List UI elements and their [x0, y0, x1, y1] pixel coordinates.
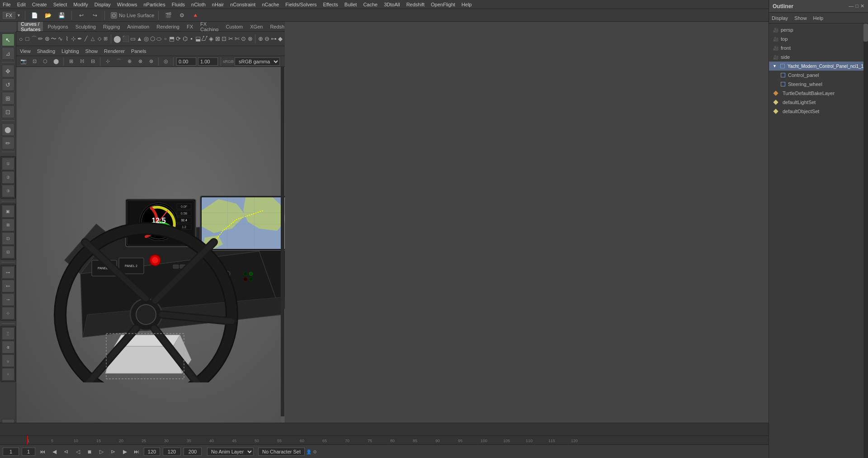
outliner-camera-front[interactable]: 🎥 front: [769, 43, 868, 52]
extra-4-btn[interactable]: ⍤: [2, 368, 14, 381]
coord-x-input[interactable]: [176, 57, 196, 66]
menu-ncloth[interactable]: nCloth: [191, 2, 206, 7]
fillet-btn[interactable]: ⊡: [222, 33, 227, 44]
outliner-minimize-btn[interactable]: —: [849, 3, 854, 9]
shading-menu-item[interactable]: Shading: [37, 48, 55, 54]
snap-3-btn[interactable]: ③: [2, 185, 14, 197]
birail-btn[interactable]: ⊠: [215, 33, 220, 44]
four-point-btn[interactable]: ◇: [96, 33, 102, 44]
outliner-control-panel[interactable]: Control_panel: [769, 71, 868, 80]
prev-frame-btn[interactable]: ◀: [50, 447, 59, 456]
menu-fields[interactable]: Fields/Solvers: [285, 2, 316, 7]
pencil-btn[interactable]: ✒: [77, 33, 82, 44]
current-frame-input[interactable]: [3, 448, 19, 456]
gamma-select[interactable]: sRGB gamma: [235, 57, 280, 66]
trim-btn[interactable]: ✂: [228, 33, 233, 44]
tab-sculpting[interactable]: Sculpting: [73, 23, 99, 30]
menu-cache[interactable]: Cache: [363, 2, 377, 7]
three-point-btn[interactable]: △: [90, 33, 95, 44]
two-point-btn[interactable]: ╱: [84, 33, 89, 44]
outliner-tab-help[interactable]: Help: [813, 15, 824, 21]
align-btn[interactable]: ⊶: [271, 33, 277, 44]
tab-xgen[interactable]: XGen: [247, 23, 265, 30]
snap-pt-btn[interactable]: ⊕: [125, 57, 134, 66]
planar-btn[interactable]: ▪: [189, 33, 194, 44]
ep-btn[interactable]: ⊹: [71, 33, 76, 44]
undo-btn[interactable]: ↩: [76, 10, 87, 21]
menu-file[interactable]: File: [3, 2, 11, 7]
snap-grid-btn[interactable]: ⊹: [103, 57, 112, 66]
outliner-yacht-model[interactable]: ▼ Yacht_Modern_Control_Panel_nci1_1: [769, 62, 868, 71]
extra-2-btn[interactable]: ⍺: [2, 341, 14, 353]
res-gate-btn[interactable]: ⊟: [88, 57, 97, 66]
tab-fx[interactable]: FX: [184, 23, 196, 30]
tab-curves-surfaces[interactable]: Curves / Surfaces: [18, 22, 43, 32]
pen-btn[interactable]: ✏: [38, 33, 43, 44]
goto-start-btn[interactable]: ⏮: [38, 447, 47, 456]
menu-modify[interactable]: Modify: [73, 2, 88, 7]
detach-btn[interactable]: ⊖: [264, 33, 269, 44]
display-2-btn[interactable]: ⊠: [2, 219, 14, 231]
scale-tool-btn[interactable]: ⊞: [2, 92, 14, 105]
snap-view-btn[interactable]: ⊗: [136, 57, 145, 66]
boundary-btn[interactable]: ⬓: [195, 33, 201, 44]
menu-ncache[interactable]: nCache: [262, 2, 279, 7]
group-2-btn[interactable]: ⊷: [2, 280, 14, 292]
menu-fluids[interactable]: Fluids: [172, 2, 185, 7]
sweep-btn[interactable]: ⌰: [202, 33, 208, 44]
outliner-close-btn[interactable]: ✕: [860, 3, 864, 9]
display-1-btn[interactable]: ▣: [2, 205, 14, 218]
group-3-btn[interactable]: ⊸: [2, 293, 14, 306]
arc-btn[interactable]: ⌒: [31, 33, 37, 44]
bevel-btn[interactable]: ◈: [208, 33, 214, 44]
loft-btn[interactable]: ⌬: [182, 33, 188, 44]
menu-edit[interactable]: Edit: [17, 2, 26, 7]
outliner-scrollbar[interactable]: [863, 24, 868, 458]
new-scene-btn[interactable]: 📄: [29, 10, 40, 21]
3d-viewport[interactable]: 12.5 KTS 0.0F 0.5B 32.4 1.2: [16, 67, 285, 435]
project-btn[interactable]: ⊙: [241, 33, 246, 44]
outliner-tab-show[interactable]: Show: [794, 15, 807, 21]
edit-pts-btn[interactable]: ◆: [278, 33, 283, 44]
menu-nhair[interactable]: nHair: [212, 2, 224, 7]
coord-y-input[interactable]: [198, 57, 218, 66]
soft-select-btn[interactable]: ⬤: [2, 123, 14, 136]
menu-effects[interactable]: Effects: [323, 2, 338, 7]
smooth-btn[interactable]: ⬤: [52, 57, 61, 66]
menu-help[interactable]: Help: [462, 2, 472, 7]
range-start-input[interactable]: [163, 448, 181, 456]
sel-mask-btn[interactable]: ⊡: [30, 57, 39, 66]
display-4-btn[interactable]: ⊟: [2, 246, 14, 258]
menu-create[interactable]: Create: [32, 2, 47, 7]
outliner-steering-wheel[interactable]: Steering_wheel: [769, 80, 868, 89]
hypershade-btn[interactable]: 🔺: [190, 10, 201, 21]
hud-btn[interactable]: ℍ: [77, 57, 86, 66]
grid-btn[interactable]: ⊞: [66, 57, 75, 66]
open-scene-btn[interactable]: 📂: [43, 10, 54, 21]
move-tool-btn[interactable]: ✥: [2, 65, 14, 77]
tab-redshift[interactable]: Redshift: [267, 23, 285, 30]
disk-btn[interactable]: ⬭: [156, 33, 162, 44]
timeline-playhead[interactable]: [27, 436, 28, 445]
tab-polygons[interactable]: Polygons: [45, 23, 71, 30]
curve2-btn[interactable]: ⌇: [64, 33, 70, 44]
tab-fx-caching[interactable]: FX Caching: [198, 22, 221, 32]
prev-key-btn[interactable]: ⊲: [61, 447, 71, 456]
char-set-btn[interactable]: No Character Set: [258, 448, 305, 456]
menu-nconstraint[interactable]: nConstraint: [230, 2, 255, 7]
square-btn[interactable]: □: [24, 33, 30, 44]
menu-bullet[interactable]: Bullet: [344, 2, 357, 7]
lathe-btn[interactable]: ⟳: [176, 33, 181, 44]
wireframe-btn[interactable]: ⬡: [41, 57, 50, 66]
cone-btn[interactable]: ▲: [137, 33, 142, 44]
goto-end-btn[interactable]: ⏭: [132, 447, 141, 456]
plane-btn[interactable]: ⬡: [150, 33, 155, 44]
rotate-tool-btn[interactable]: ↺: [2, 78, 14, 91]
next-frame-btn[interactable]: ▶: [120, 447, 129, 456]
range-end-input[interactable]: [184, 448, 202, 456]
start-frame-input[interactable]: [22, 448, 35, 456]
play-forward-btn[interactable]: ▷: [97, 447, 106, 456]
menu-openflight[interactable]: OpenFlight: [431, 2, 455, 7]
snap-1-btn[interactable]: ①: [2, 157, 14, 170]
fx-chevron-icon[interactable]: ▼: [17, 13, 21, 18]
